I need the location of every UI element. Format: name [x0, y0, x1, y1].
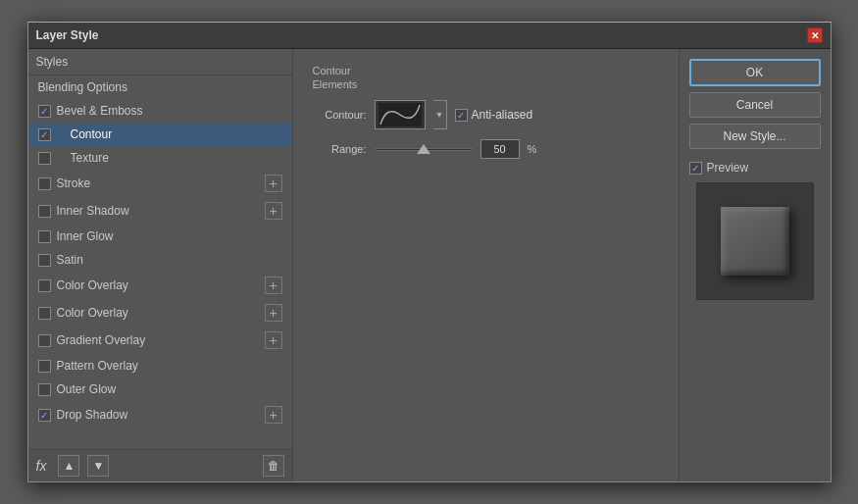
add-btn-drop-shadow[interactable]: + [265, 406, 282, 424]
sidebar-item-bevel-emboss[interactable]: Bevel & Emboss [28, 99, 292, 123]
contour-dropdown-button[interactable]: ▼ [433, 100, 447, 129]
add-btn-gradient-overlay[interactable]: + [265, 331, 282, 349]
sidebar-item-gradient-overlay[interactable]: Gradient Overlay+ [28, 327, 292, 354]
sidebar-item-drop-shadow[interactable]: Drop Shadow+ [28, 401, 292, 428]
add-btn-stroke[interactable]: + [265, 175, 282, 192]
close-button[interactable]: ✕ [807, 27, 823, 43]
preview-label-row: ✓ Preview [689, 161, 749, 175]
label-blending-options: Blending Options [38, 80, 127, 94]
checkbox-stroke[interactable] [38, 177, 51, 190]
anti-alias-row: ✓ Anti-aliased [455, 108, 533, 122]
move-down-button[interactable]: ▼ [87, 455, 109, 477]
label-pattern-overlay: Pattern Overlay [57, 359, 138, 373]
sidebar-item-contour[interactable]: Contour [28, 123, 292, 146]
checkbox-color-overlay-2[interactable] [38, 307, 51, 320]
sidebar-item-stroke[interactable]: Stroke+ [28, 170, 292, 197]
dialog-body: Styles Blending OptionsBevel & EmbossCon… [28, 49, 831, 481]
label-satin: Satin [57, 253, 83, 267]
range-value[interactable]: 50 [480, 139, 520, 159]
label-gradient-overlay: Gradient Overlay [57, 333, 146, 347]
title-bar: Layer Style ✕ [28, 23, 831, 49]
layer-style-dialog: Layer Style ✕ Styles Blending OptionsBev… [27, 22, 832, 482]
middle-panel: Contour Elements Contour: ▼ ✓ Anti-alias… [293, 49, 679, 481]
section-subtitle: Elements [313, 78, 659, 90]
new-style-button[interactable]: New Style... [689, 124, 821, 149]
panel-footer: fx ▲ ▼ 🗑 [28, 449, 292, 481]
preview-canvas [696, 182, 814, 300]
label-contour: Contour [71, 127, 113, 141]
label-inner-shadow: Inner Shadow [57, 204, 129, 218]
add-btn-color-overlay-1[interactable]: + [265, 277, 282, 294]
fx-label: fx [36, 458, 47, 474]
add-btn-inner-shadow[interactable]: + [265, 202, 282, 220]
sidebar-item-texture[interactable]: Texture [28, 146, 292, 170]
add-btn-color-overlay-2[interactable]: + [265, 304, 282, 322]
contour-label: Contour: [313, 109, 367, 121]
sidebar-item-pattern-overlay[interactable]: Pattern Overlay [28, 354, 292, 378]
styles-header: Styles [28, 49, 292, 76]
range-label: Range: [313, 143, 367, 155]
sidebar-item-color-overlay-2[interactable]: Color Overlay+ [28, 299, 292, 327]
left-panel: Styles Blending OptionsBevel & EmbossCon… [28, 49, 293, 481]
move-up-button[interactable]: ▲ [58, 455, 79, 477]
slider-track [375, 148, 473, 151]
right-panel: OK Cancel New Style... ✓ Preview [679, 49, 831, 481]
delete-button[interactable]: 🗑 [263, 455, 284, 477]
sidebar-item-satin[interactable]: Satin [28, 248, 292, 272]
checkbox-bevel-emboss[interactable] [38, 105, 51, 118]
cancel-button[interactable]: Cancel [689, 92, 821, 118]
percent-label: % [528, 143, 537, 155]
label-color-overlay-2: Color Overlay [57, 306, 128, 320]
label-inner-glow: Inner Glow [57, 229, 114, 243]
anti-alias-label: Anti-aliased [472, 108, 533, 122]
sidebar-item-inner-glow[interactable]: Inner Glow [28, 225, 292, 248]
range-slider[interactable] [375, 141, 473, 157]
label-outer-glow: Outer Glow [57, 382, 117, 396]
preview-checkbox[interactable]: ✓ [689, 162, 702, 175]
contour-preview[interactable] [375, 100, 426, 129]
sidebar-item-outer-glow[interactable]: Outer Glow [28, 378, 292, 401]
contour-row: Contour: ▼ ✓ Anti-aliased [313, 100, 659, 129]
dialog-title: Layer Style [36, 28, 99, 42]
sidebar-item-inner-shadow[interactable]: Inner Shadow+ [28, 197, 292, 225]
preview-square [721, 207, 789, 276]
ok-button[interactable]: OK [689, 59, 821, 86]
checkbox-drop-shadow[interactable] [38, 409, 51, 422]
label-color-overlay-1: Color Overlay [57, 278, 128, 292]
checkbox-texture[interactable] [38, 152, 51, 165]
range-row: Range: 50 % [313, 139, 659, 159]
checkbox-gradient-overlay[interactable] [38, 334, 51, 347]
label-stroke: Stroke [57, 176, 91, 190]
label-drop-shadow: Drop Shadow [57, 408, 128, 422]
checkbox-contour[interactable] [38, 128, 51, 141]
preview-label: Preview [707, 161, 749, 175]
checkbox-outer-glow[interactable] [38, 383, 51, 396]
styles-list: Blending OptionsBevel & EmbossContourTex… [28, 76, 292, 449]
section-title: Contour [313, 65, 659, 76]
label-texture: Texture [71, 151, 109, 165]
checkbox-satin[interactable] [38, 254, 51, 267]
checkbox-inner-shadow[interactable] [38, 205, 51, 218]
slider-thumb[interactable] [417, 144, 430, 154]
sidebar-item-blending-options[interactable]: Blending Options [28, 76, 292, 99]
contour-curve-svg [379, 103, 422, 126]
sidebar-item-color-overlay-1[interactable]: Color Overlay+ [28, 272, 292, 299]
checkbox-pattern-overlay[interactable] [38, 360, 51, 373]
label-bevel-emboss: Bevel & Emboss [57, 104, 143, 118]
anti-alias-checkbox[interactable]: ✓ [455, 109, 468, 122]
checkbox-inner-glow[interactable] [38, 230, 51, 243]
checkbox-color-overlay-1[interactable] [38, 279, 51, 292]
preview-section: ✓ Preview [689, 161, 821, 300]
